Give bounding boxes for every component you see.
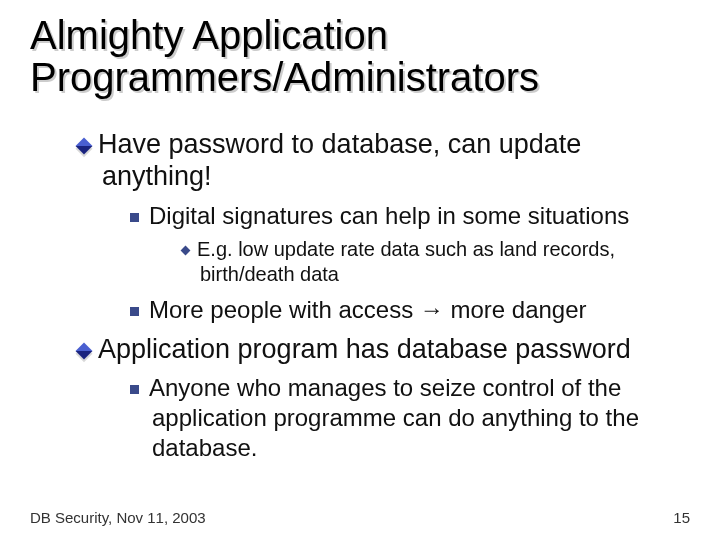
slide: Almighty Application Programmers/Adminis… xyxy=(0,0,720,540)
diamond-icon xyxy=(76,137,93,154)
arrow-icon: → xyxy=(420,296,444,323)
bullet-text: Digital signatures can help in some situ… xyxy=(149,202,629,229)
bullet-text-post: more danger xyxy=(444,296,587,323)
footer-left: DB Security, Nov 11, 2003 xyxy=(30,509,206,526)
square-icon xyxy=(130,213,139,222)
diamond-icon xyxy=(76,342,93,359)
bullet-text-pre: More people with access xyxy=(149,296,420,323)
footer-page-number: 15 xyxy=(673,509,690,526)
page-title: Almighty Application Programmers/Adminis… xyxy=(30,14,690,98)
bullet-lvl3: E.g. low update rate data such as land r… xyxy=(182,237,690,287)
small-diamond-icon xyxy=(181,246,191,256)
bullet-text: Have password to database, can update an… xyxy=(98,129,581,191)
square-icon xyxy=(130,307,139,316)
bullet-lvl2: Digital signatures can help in some situ… xyxy=(130,201,690,231)
bullet-lvl2: Anyone who manages to seize control of t… xyxy=(130,373,690,463)
bullet-lvl1: Application program has database passwor… xyxy=(78,333,690,365)
bullet-text: E.g. low update rate data such as land r… xyxy=(197,238,615,285)
bullet-text: Application program has database passwor… xyxy=(98,334,631,364)
bullet-text: Anyone who manages to seize control of t… xyxy=(149,374,639,461)
bullet-lvl2: More people with access → more danger xyxy=(130,295,690,325)
bullet-lvl1: Have password to database, can update an… xyxy=(78,128,690,193)
square-icon xyxy=(130,385,139,394)
